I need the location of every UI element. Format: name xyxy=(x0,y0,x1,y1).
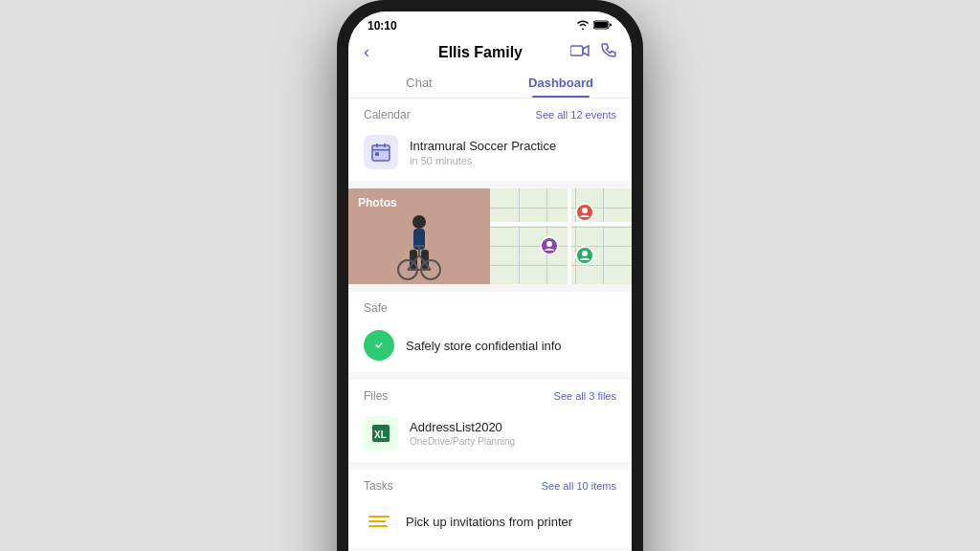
calendar-see-all[interactable]: See all 12 events xyxy=(536,109,616,121)
calendar-event-text: Intramural Soccer Practice in 50 minutes xyxy=(410,139,556,166)
tasks-header: Tasks See all 10 items xyxy=(348,470,632,498)
files-section: Files See all 3 files XL AddressList2020… xyxy=(348,380,632,462)
tasks-see-all[interactable]: See all 10 items xyxy=(542,480,616,492)
page-title: Ellis Family xyxy=(438,44,523,61)
battery-icon xyxy=(593,20,612,32)
svg-rect-6 xyxy=(372,149,390,151)
files-see-all[interactable]: See all 3 files xyxy=(554,390,616,402)
dashboard-content[interactable]: Calendar See all 12 events xyxy=(348,99,632,551)
calendar-title: Calendar xyxy=(364,108,411,121)
media-section: Photos xyxy=(348,188,632,284)
map-avatar-1 xyxy=(575,203,594,222)
calendar-header: Calendar See all 12 events xyxy=(348,99,632,127)
files-title: Files xyxy=(364,389,388,403)
phone-screen: 10:10 xyxy=(348,11,632,551)
tab-chat[interactable]: Chat xyxy=(348,70,490,98)
svg-point-22 xyxy=(546,241,552,247)
calendar-section: Calendar See all 12 events xyxy=(348,99,632,181)
svg-text:XL: XL xyxy=(374,430,387,440)
svg-rect-3 xyxy=(570,46,583,55)
tabs: Chat Dashboard xyxy=(348,62,632,99)
map-avatar-2 xyxy=(540,236,559,255)
photos-panel[interactable]: Photos xyxy=(348,188,490,284)
video-call-icon[interactable] xyxy=(570,44,590,61)
calendar-item[interactable]: Intramural Soccer Practice in 50 minutes xyxy=(348,127,632,181)
status-icons xyxy=(576,20,612,32)
svg-rect-2 xyxy=(610,24,612,27)
status-time: 10:10 xyxy=(368,19,397,33)
file-name: AddressList2020 xyxy=(410,420,515,434)
svg-rect-7 xyxy=(376,143,378,147)
task-icon xyxy=(364,506,394,537)
tasks-title: Tasks xyxy=(364,479,393,493)
excel-icon: XL xyxy=(364,416,398,451)
task-item[interactable]: Pick up invitations from printer xyxy=(348,498,632,548)
svg-rect-1 xyxy=(594,22,608,28)
safe-title: Safe xyxy=(364,301,388,315)
phone-frame: 10:10 xyxy=(337,0,643,551)
event-time: in 50 minutes xyxy=(410,155,556,166)
back-button[interactable]: ‹ xyxy=(364,42,390,62)
header-actions xyxy=(570,43,616,62)
file-item[interactable]: XL AddressList2020 OneDrive/Party Planni… xyxy=(348,408,632,462)
safe-item[interactable]: Safely store confidential info xyxy=(348,320,632,372)
map-avatar-3 xyxy=(575,246,594,265)
safe-icon xyxy=(364,330,394,361)
calendar-icon xyxy=(364,135,398,169)
tab-dashboard[interactable]: Dashboard xyxy=(490,70,632,98)
svg-rect-8 xyxy=(384,143,386,147)
tasks-section: Tasks See all 10 items Pick up invitatio… xyxy=(348,470,632,548)
svg-point-21 xyxy=(582,208,588,213)
svg-point-10 xyxy=(412,215,426,229)
map-panel[interactable] xyxy=(490,188,632,284)
svg-rect-4 xyxy=(372,145,390,161)
header: ‹ Ellis Family xyxy=(348,36,632,62)
files-header: Files See all 3 files xyxy=(348,380,632,408)
task-text: Pick up invitations from printer xyxy=(406,515,572,529)
svg-rect-9 xyxy=(375,152,379,156)
safe-section: Safe Safely store confidential info xyxy=(348,292,632,372)
event-name: Intramural Soccer Practice xyxy=(410,139,556,153)
file-text: AddressList2020 OneDrive/Party Planning xyxy=(410,420,515,447)
wifi-icon xyxy=(576,20,590,32)
status-bar: 10:10 xyxy=(348,11,632,36)
svg-point-23 xyxy=(582,251,588,256)
media-grid: Photos xyxy=(348,188,632,284)
safe-header: Safe xyxy=(348,292,632,320)
file-path: OneDrive/Party Planning xyxy=(410,436,515,447)
phone-call-icon[interactable] xyxy=(601,43,616,62)
safe-description: Safely store confidential info xyxy=(406,339,562,353)
